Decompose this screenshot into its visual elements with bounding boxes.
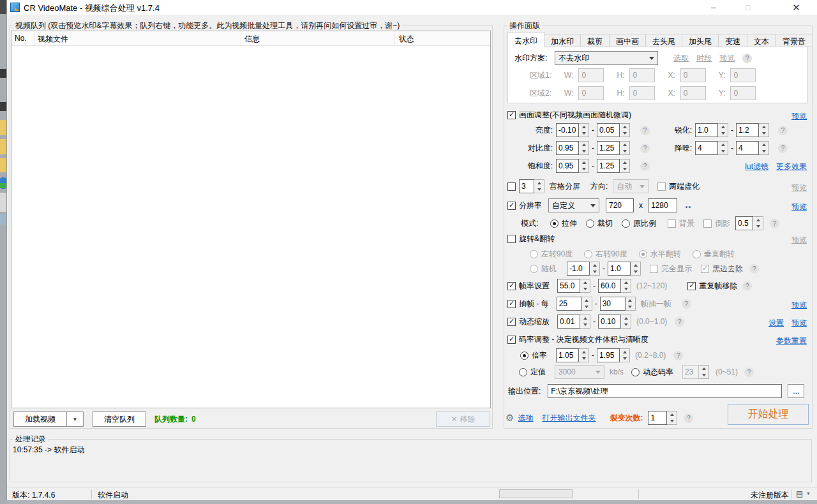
- reflection-spinner[interactable]: 0.5: [735, 216, 763, 230]
- random-rotate-radio[interactable]: [530, 265, 538, 273]
- spin-down-button[interactable]: [590, 269, 599, 275]
- spin-up-button[interactable]: [699, 366, 708, 372]
- spin-down-button[interactable]: [620, 355, 629, 362]
- gear-icon[interactable]: ⚙: [506, 412, 514, 424]
- contrast-min-value[interactable]: 0.95: [556, 141, 579, 155]
- spin-down-button[interactable]: [631, 269, 640, 275]
- sharpen-min-spinner[interactable]: 1.0: [695, 123, 728, 137]
- watermark-scheme-select[interactable]: 不去水印: [555, 51, 658, 65]
- queue-table-body[interactable]: [11, 46, 490, 408]
- split-count-value[interactable]: 1: [648, 411, 667, 425]
- fade-ends-checkbox[interactable]: [657, 182, 666, 191]
- multiplier-min-value[interactable]: 1.05: [556, 348, 579, 362]
- spin-down-button[interactable]: [579, 148, 588, 154]
- tab-add-head-tail[interactable]: 加头尾: [682, 34, 719, 47]
- region1-h-input[interactable]: 0: [629, 68, 655, 82]
- help-icon[interactable]: ?: [770, 219, 779, 228]
- random-min-value[interactable]: -1.0: [567, 262, 590, 276]
- full-display-checkbox[interactable]: [650, 265, 658, 273]
- help-icon[interactable]: ?: [742, 54, 752, 63]
- browse-button[interactable]: ...: [788, 384, 804, 398]
- column-header-info[interactable]: 信息: [241, 31, 395, 45]
- help-icon[interactable]: ?: [675, 317, 684, 327]
- random-max-value[interactable]: 1.0: [608, 262, 631, 276]
- resolution-mode-select[interactable]: 自定义: [548, 198, 599, 212]
- tab-remove-head-tail[interactable]: 去头尾: [646, 34, 682, 47]
- fixed-bitrate-select[interactable]: 3000: [555, 365, 604, 379]
- close-button[interactable]: ✕: [782, 0, 811, 15]
- spin-down-button[interactable]: [620, 148, 629, 154]
- spin-down-button[interactable]: [753, 223, 763, 230]
- zoom-min-spinner[interactable]: 0.01: [557, 315, 590, 329]
- denoise-max-value[interactable]: 4: [736, 141, 759, 155]
- spin-up-button[interactable]: [579, 124, 588, 130]
- spin-up-button[interactable]: [582, 297, 592, 304]
- brightness-min-value[interactable]: -0.10: [556, 123, 579, 137]
- spin-up-button[interactable]: [579, 159, 588, 166]
- zoom-max-value[interactable]: 0.10: [598, 315, 621, 329]
- help-icon[interactable]: ?: [682, 299, 691, 309]
- load-video-dropdown-button[interactable]: ▼: [66, 411, 84, 427]
- spin-up-button[interactable]: [667, 411, 677, 418]
- tab-picture-in-picture[interactable]: 画中画: [610, 34, 646, 47]
- spin-down-button[interactable]: [699, 372, 708, 378]
- swap-dimensions-icon[interactable]: ↔: [684, 200, 693, 211]
- spin-up-button[interactable]: [579, 349, 588, 355]
- help-icon[interactable]: ?: [744, 367, 754, 377]
- tab-background-audio[interactable]: 背景音: [776, 34, 813, 47]
- tab-text[interactable]: 文本: [747, 34, 776, 47]
- zoom-preview-link[interactable]: 预览: [791, 318, 807, 329]
- spin-up-button[interactable]: [620, 159, 629, 166]
- sharpen-min-value[interactable]: 1.0: [695, 123, 718, 137]
- help-icon[interactable]: ?: [640, 126, 650, 135]
- rotate-preview-link[interactable]: 预览: [791, 233, 807, 247]
- spin-up-button[interactable]: [580, 315, 590, 322]
- zoom-settings-link[interactable]: 设置: [768, 318, 784, 329]
- reflection-value[interactable]: 0.5: [735, 216, 753, 230]
- tab-remove-watermark[interactable]: 去水印: [507, 32, 544, 47]
- denoise-min-value[interactable]: 4: [695, 141, 718, 155]
- region1-w-input[interactable]: 0: [578, 68, 604, 82]
- help-icon[interactable]: ?: [778, 144, 788, 153]
- watermark-preview-link[interactable]: 预览: [719, 53, 735, 64]
- spin-up-button[interactable]: [626, 297, 635, 304]
- help-icon[interactable]: ?: [742, 281, 752, 291]
- region1-x-input[interactable]: 0: [680, 68, 706, 82]
- grid-split-checkbox[interactable]: [507, 182, 516, 191]
- status-menu-arrow-icon[interactable]: ▼: [806, 491, 811, 496]
- spin-up-button[interactable]: [620, 124, 629, 130]
- resolution-checkbox[interactable]: ✓: [507, 202, 516, 210]
- saturation-max-value[interactable]: 1.25: [597, 159, 620, 173]
- denoise-max-spinner[interactable]: 4: [736, 141, 769, 155]
- contrast-max-value[interactable]: 1.25: [597, 141, 620, 155]
- help-icon[interactable]: ?: [749, 264, 759, 274]
- denoise-min-spinner[interactable]: 4: [695, 141, 728, 155]
- remove-black-edge-checkbox[interactable]: ✓: [701, 265, 709, 273]
- framerate-min-spinner[interactable]: 55.0: [557, 279, 590, 293]
- bitrate-checkbox[interactable]: ✓: [507, 336, 516, 344]
- spin-up-button[interactable]: [631, 262, 640, 269]
- multiplier-min-spinner[interactable]: 1.05: [556, 348, 589, 362]
- lut-filter-link[interactable]: lut滤镜: [745, 161, 768, 172]
- spin-down-button[interactable]: [759, 130, 768, 137]
- multiplier-radio[interactable]: [520, 352, 528, 360]
- framerate-max-value[interactable]: 60.0: [598, 279, 621, 293]
- original-ratio-radio[interactable]: [622, 219, 630, 228]
- maximize-button[interactable]: □: [733, 0, 762, 15]
- spin-up-button[interactable]: [590, 262, 599, 269]
- spin-up-button[interactable]: [579, 142, 588, 148]
- region2-y-input[interactable]: 0: [730, 86, 756, 100]
- tab-crop[interactable]: 裁剪: [581, 34, 610, 47]
- spin-up-button[interactable]: [759, 142, 768, 148]
- remove-button[interactable]: ✕ 移除: [436, 411, 490, 427]
- saturation-min-spinner[interactable]: 0.95: [556, 159, 589, 173]
- clear-queue-button[interactable]: 清空队列: [93, 411, 146, 427]
- spin-up-button[interactable]: [620, 142, 629, 148]
- spin-up-button[interactable]: [718, 142, 728, 148]
- rotate-flip-checkbox[interactable]: [507, 235, 516, 243]
- start-processing-button[interactable]: 开始处理: [728, 404, 809, 425]
- contrast-max-spinner[interactable]: 1.25: [597, 141, 630, 155]
- resolution-height-input[interactable]: 1280: [648, 198, 677, 212]
- brightness-max-spinner[interactable]: 0.05: [597, 123, 630, 137]
- rotate-right-radio[interactable]: [584, 250, 592, 258]
